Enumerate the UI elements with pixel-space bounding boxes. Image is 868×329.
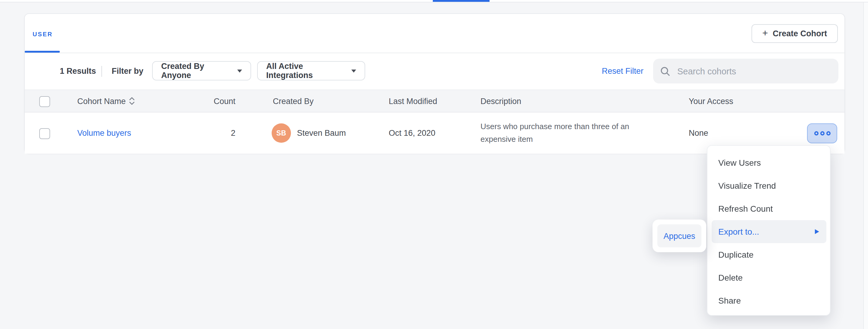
search-box[interactable]: [653, 59, 838, 83]
column-header-created-by: Created By: [273, 90, 314, 113]
more-options-icon: [826, 131, 830, 135]
column-header-count: Count: [150, 90, 236, 113]
filter-bar: 1 Results Filter by Created By Anyone Al…: [25, 53, 844, 89]
search-input[interactable]: [676, 65, 823, 77]
reset-filter-link[interactable]: Reset Filter: [602, 53, 644, 89]
results-count: 1 Results: [60, 53, 96, 89]
create-cohort-label: Create Cohort: [773, 29, 827, 38]
menu-item-view-users[interactable]: View Users: [707, 151, 830, 174]
chevron-down-icon: [237, 69, 242, 72]
divider: [101, 66, 102, 77]
top-nav-strip: [0, 0, 868, 2]
created-by-dropdown-label: Created By Anyone: [161, 62, 231, 80]
create-cohort-button[interactable]: + Create Cohort: [751, 24, 838, 43]
column-header-cohort-name[interactable]: Cohort Name: [77, 90, 135, 113]
more-options-button[interactable]: [807, 124, 837, 143]
menu-item-duplicate[interactable]: Duplicate: [707, 243, 830, 266]
menu-item-delete[interactable]: Delete: [707, 266, 830, 289]
last-modified-date: Oct 16, 2020: [389, 129, 435, 138]
column-header-last-modified: Last Modified: [389, 90, 437, 113]
row-checkbox[interactable]: [39, 128, 50, 139]
integrations-dropdown[interactable]: All Active Integrations: [257, 61, 365, 80]
submenu-item-appcues[interactable]: Appcues: [657, 224, 702, 247]
cohort-name-header-label: Cohort Name: [77, 97, 126, 106]
chevron-down-icon: [351, 69, 356, 72]
cohorts-card: USER + Create Cohort 1 Results Filter by…: [24, 13, 845, 154]
menu-item-export-to[interactable]: Export to...: [712, 220, 826, 243]
plus-icon: +: [763, 28, 768, 38]
export-to-label: Export to...: [718, 227, 759, 237]
avatar: SB: [272, 124, 291, 143]
cohorts-page: USER + Create Cohort 1 Results Filter by…: [0, 0, 868, 329]
submenu-arrow-icon: [815, 229, 819, 234]
menu-item-visualize-trend[interactable]: Visualize Trend: [707, 174, 830, 197]
select-all-checkbox[interactable]: [39, 96, 50, 107]
your-access-value: None: [689, 129, 708, 138]
card-tab-bar: USER + Create Cohort: [25, 14, 844, 53]
export-submenu: Appcues: [652, 220, 706, 252]
sort-icon[interactable]: [129, 91, 135, 114]
table-header-row: Cohort Name Count Created By Last Modifi…: [25, 89, 844, 112]
column-header-your-access: Your Access: [689, 90, 734, 113]
scrollbar[interactable]: [863, 2, 868, 329]
tab-user[interactable]: USER: [33, 31, 53, 37]
more-options-icon: [814, 131, 818, 135]
cohort-description: Users who purchase more than three of an…: [480, 121, 638, 145]
menu-item-refresh-count[interactable]: Refresh Count: [707, 197, 830, 220]
menu-item-share[interactable]: Share: [707, 289, 830, 312]
search-icon: [660, 66, 670, 76]
created-by-name: Steven Baum: [297, 129, 346, 138]
created-by-dropdown[interactable]: Created By Anyone: [152, 61, 251, 80]
more-options-icon: [820, 131, 824, 135]
row-context-menu: View Users Visualize Trend Refresh Count…: [707, 145, 831, 316]
integrations-dropdown-label: All Active Integrations: [266, 62, 345, 80]
filter-by-label: Filter by: [112, 53, 143, 89]
cohort-count: 2: [150, 129, 236, 138]
cohort-name-link[interactable]: Volume buyers: [77, 129, 131, 138]
column-header-description: Description: [480, 90, 521, 113]
active-nav-tab-indicator: [433, 0, 490, 2]
